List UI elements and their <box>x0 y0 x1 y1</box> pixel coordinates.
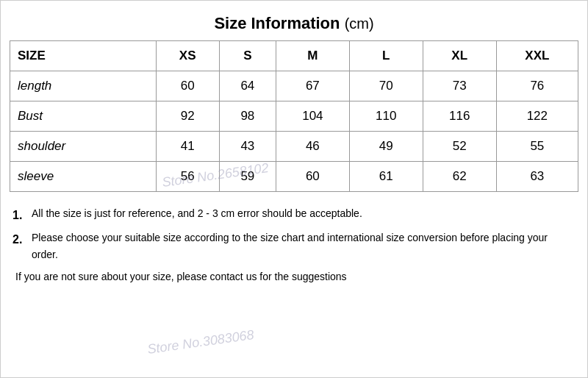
note-number-2: 2. <box>12 229 27 249</box>
extra-note: If you are not sure about your size, ple… <box>12 268 576 285</box>
table-cell-value: 60 <box>156 71 219 101</box>
table-cell-value: 41 <box>156 132 219 162</box>
table-cell-value: 98 <box>219 101 276 132</box>
table-cell-label: shoulder <box>10 132 157 162</box>
table-cell-value: 92 <box>156 101 219 132</box>
table-cell-value: 76 <box>496 71 578 101</box>
table-cell-value: 56 <box>156 162 219 192</box>
table-cell-value: 61 <box>349 162 423 192</box>
table-header-row: SIZEXSSMLXLXXL <box>10 41 578 71</box>
table-header-cell: L <box>349 41 423 71</box>
table-cell-value: 60 <box>276 162 349 192</box>
table-cell-value: 46 <box>276 132 349 162</box>
table-cell-value: 104 <box>276 101 349 132</box>
notes-section: 1. All the size is just for reference, a… <box>10 202 578 288</box>
table-cell-value: 43 <box>219 132 276 162</box>
table-header-cell: XXL <box>496 41 578 71</box>
table-cell-label: Bust <box>10 101 157 132</box>
page-title: Size Information (cm) <box>10 8 578 40</box>
table-cell-label: sleeve <box>10 162 157 192</box>
table-row: length606467707376 <box>10 71 578 101</box>
table-cell-value: 116 <box>423 101 496 132</box>
table-cell-label: length <box>10 71 157 101</box>
note-text-1: All the size is just for reference, and … <box>32 205 362 221</box>
table-cell-value: 59 <box>219 162 276 192</box>
table-cell-value: 67 <box>276 71 349 101</box>
table-header-cell: M <box>276 41 349 71</box>
note-number-1: 1. <box>12 205 27 225</box>
note-item-2: 2. Please choose your suitable size acco… <box>12 229 576 263</box>
size-table: SIZEXSSMLXLXXL length606467707376Bust929… <box>10 40 578 192</box>
table-cell-value: 55 <box>496 132 578 162</box>
table-cell-value: 62 <box>423 162 496 192</box>
table-row: Bust9298104110116122 <box>10 101 578 132</box>
table-cell-value: 110 <box>349 101 423 132</box>
note-text-2: Please choose your suitable size accordi… <box>32 229 576 263</box>
table-row: sleeve565960616263 <box>10 162 578 192</box>
table-cell-value: 49 <box>349 132 423 162</box>
table-cell-value: 70 <box>349 71 423 101</box>
table-header-cell: SIZE <box>10 41 157 71</box>
table-row: shoulder414346495255 <box>10 132 578 162</box>
table-header-cell: S <box>219 41 276 71</box>
table-cell-value: 73 <box>423 71 496 101</box>
table-cell-value: 122 <box>496 101 578 132</box>
table-cell-value: 63 <box>496 162 578 192</box>
table-header-cell: XS <box>156 41 219 71</box>
table-cell-value: 64 <box>219 71 276 101</box>
table-body: length606467707376Bust9298104110116122sh… <box>10 71 578 192</box>
table-header-cell: XL <box>423 41 496 71</box>
note-item-1: 1. All the size is just for reference, a… <box>12 205 576 225</box>
table-cell-value: 52 <box>423 132 496 162</box>
